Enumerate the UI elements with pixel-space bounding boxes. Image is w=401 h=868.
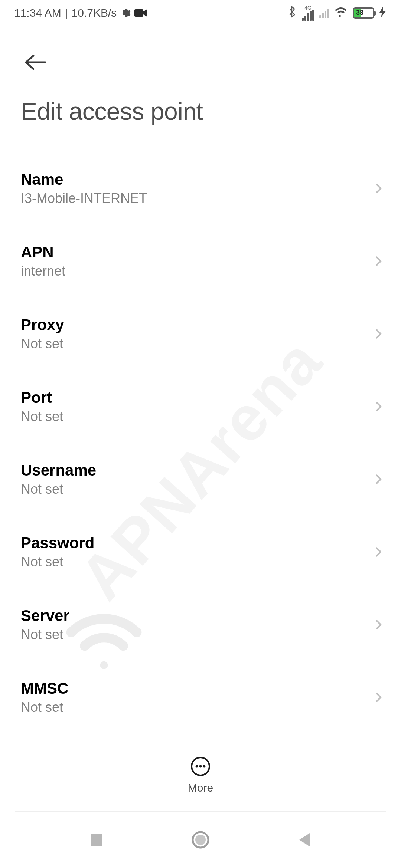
arrow-left-icon — [24, 53, 48, 71]
svg-rect-0 — [134, 9, 143, 17]
chevron-right-icon — [373, 546, 385, 558]
square-icon — [89, 832, 104, 847]
ellipsis-circle-icon — [190, 756, 211, 776]
setting-row-port[interactable]: Port Not set — [0, 370, 401, 443]
chevron-right-icon — [373, 619, 385, 631]
setting-value: Not set — [21, 409, 364, 424]
setting-value: I3-Mobile-INTERNET — [21, 191, 364, 206]
chevron-right-icon — [373, 401, 385, 412]
back-button[interactable] — [21, 47, 50, 77]
wifi-icon — [334, 6, 348, 20]
signal-sim1-icon — [302, 10, 314, 21]
svg-point-7 — [195, 835, 206, 845]
setting-value: Not set — [21, 336, 364, 352]
svg-point-4 — [203, 765, 206, 768]
setting-row-name[interactable]: Name I3-Mobile-INTERNET — [0, 152, 401, 225]
setting-value: Not set — [21, 481, 364, 497]
setting-row-username[interactable]: Username Not set — [0, 443, 401, 516]
svg-rect-5 — [91, 834, 102, 846]
chevron-right-icon — [373, 183, 385, 194]
settings-list: Name I3-Mobile-INTERNET APN internet Pro… — [0, 152, 401, 739]
status-separator: | — [65, 7, 68, 19]
status-time: 11:34 AM — [14, 7, 61, 19]
setting-row-mms-proxy[interactable]: MMS proxy Not set — [0, 734, 401, 739]
chevron-right-icon — [373, 255, 385, 267]
bottom-bar: More — [0, 739, 401, 812]
more-label: More — [188, 782, 213, 794]
setting-value: Not set — [21, 700, 364, 715]
nav-recent-button[interactable] — [86, 829, 107, 850]
setting-value: Not set — [21, 627, 364, 642]
svg-point-3 — [199, 765, 202, 768]
setting-row-proxy[interactable]: Proxy Not set — [0, 297, 401, 370]
svg-point-2 — [196, 765, 198, 768]
triangle-left-icon — [297, 832, 312, 848]
bluetooth-icon — [288, 6, 297, 21]
gear-icon — [120, 8, 131, 18]
battery-icon: 38 — [353, 7, 374, 19]
camera-icon — [134, 9, 147, 17]
charging-bolt-icon — [379, 6, 386, 20]
nav-home-button[interactable] — [190, 829, 211, 850]
battery-pct: 38 — [356, 9, 363, 17]
chevron-right-icon — [373, 328, 385, 340]
setting-row-password[interactable]: Password Not set — [0, 516, 401, 588]
setting-row-server[interactable]: Server Not set — [0, 588, 401, 661]
more-button[interactable]: More — [188, 756, 213, 794]
chevron-right-icon — [373, 691, 385, 703]
setting-row-apn[interactable]: APN internet — [0, 225, 401, 297]
circle-icon — [191, 831, 210, 849]
nav-back-button[interactable] — [294, 829, 315, 850]
setting-label: Name — [21, 171, 364, 188]
setting-label: Port — [21, 389, 364, 407]
setting-row-mmsc[interactable]: MMSC Not set — [0, 661, 401, 734]
setting-label: Password — [21, 534, 364, 552]
chevron-right-icon — [373, 473, 385, 485]
setting-label: Proxy — [21, 316, 364, 334]
signal-sim2-icon — [319, 8, 329, 18]
setting-label: Server — [21, 607, 364, 625]
page-title: Edit access point — [21, 97, 203, 125]
status-net-speed: 10.7KB/s — [72, 7, 117, 19]
setting-label: APN — [21, 243, 364, 261]
setting-label: MMSC — [21, 680, 364, 697]
status-bar: 11:34 AM | 10.7KB/s 4G 38 — [0, 0, 401, 26]
system-nav-bar — [0, 812, 401, 868]
setting-label: Username — [21, 461, 364, 479]
setting-value: internet — [21, 263, 364, 279]
network-type-label: 4G — [304, 5, 312, 10]
setting-value: Not set — [21, 554, 364, 570]
